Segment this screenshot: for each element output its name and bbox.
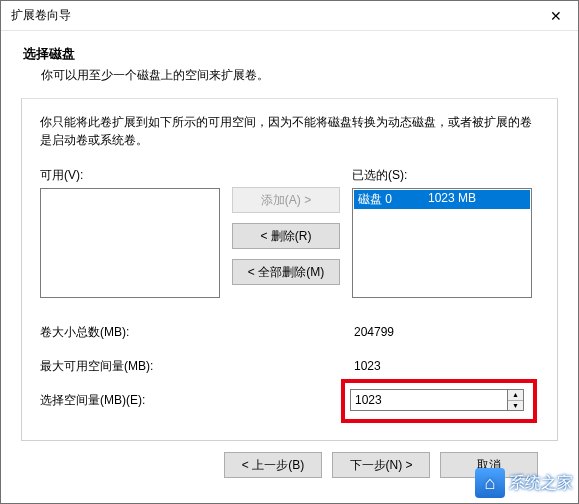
total-size-row: 卷大小总数(MB): 204799 [40, 320, 539, 344]
disk-lists: 可用(V): 添加(A) > < 删除(R) < 全部删除(M) 已选的(S):… [40, 167, 539, 298]
remove-all-button[interactable]: < 全部删除(M) [232, 259, 340, 285]
total-size-value: 204799 [350, 323, 518, 341]
close-button[interactable]: ✕ [533, 1, 578, 31]
select-size-label: 选择空间量(MB)(E): [40, 392, 350, 409]
next-button[interactable]: 下一步(N) > [332, 452, 430, 478]
cancel-button[interactable]: 取消 [440, 452, 538, 478]
selected-label: 已选的(S): [352, 167, 532, 184]
page-heading: 选择磁盘 [23, 45, 558, 63]
select-size-row: 选择空间量(MB)(E): ▲ ▼ [40, 388, 539, 412]
select-size-input[interactable] [350, 389, 508, 411]
available-label: 可用(V): [40, 167, 220, 184]
wizard-footer: < 上一步(B) 下一步(N) > 取消 [21, 441, 558, 489]
available-listbox[interactable] [40, 188, 220, 298]
remove-button[interactable]: < 删除(R) [232, 223, 340, 249]
close-icon: ✕ [550, 8, 562, 24]
spinner-up[interactable]: ▲ [508, 390, 523, 401]
available-column: 可用(V): [40, 167, 220, 298]
list-item[interactable]: 磁盘 01023 MB [354, 190, 530, 209]
title-bar: 扩展卷向导 ✕ [1, 1, 578, 31]
options-group: 你只能将此卷扩展到如下所示的可用空间，因为不能将磁盘转换为动态磁盘，或者被扩展的… [21, 98, 558, 441]
back-button[interactable]: < 上一步(B) [224, 452, 322, 478]
page-subheading: 你可以用至少一个磁盘上的空间来扩展卷。 [41, 67, 558, 84]
selected-column: 已选的(S): 磁盘 01023 MB [352, 167, 532, 298]
size-fields: 卷大小总数(MB): 204799 最大可用空间量(MB): 1023 选择空间… [40, 320, 539, 412]
max-size-row: 最大可用空间量(MB): 1023 [40, 354, 539, 378]
content-area: 选择磁盘 你可以用至少一个磁盘上的空间来扩展卷。 你只能将此卷扩展到如下所示的可… [1, 31, 578, 503]
transfer-buttons: 添加(A) > < 删除(R) < 全部删除(M) [232, 187, 340, 285]
selected-listbox[interactable]: 磁盘 01023 MB [352, 188, 532, 298]
spinner-down[interactable]: ▼ [508, 401, 523, 411]
select-size-spinner[interactable]: ▲ ▼ [508, 389, 524, 411]
wizard-window: 扩展卷向导 ✕ 选择磁盘 你可以用至少一个磁盘上的空间来扩展卷。 你只能将此卷扩… [0, 0, 579, 504]
max-size-label: 最大可用空间量(MB): [40, 358, 350, 375]
total-size-label: 卷大小总数(MB): [40, 324, 350, 341]
add-button: 添加(A) > [232, 187, 340, 213]
group-description: 你只能将此卷扩展到如下所示的可用空间，因为不能将磁盘转换为动态磁盘，或者被扩展的… [40, 113, 539, 149]
window-title: 扩展卷向导 [11, 7, 71, 24]
max-size-value: 1023 [350, 357, 518, 375]
